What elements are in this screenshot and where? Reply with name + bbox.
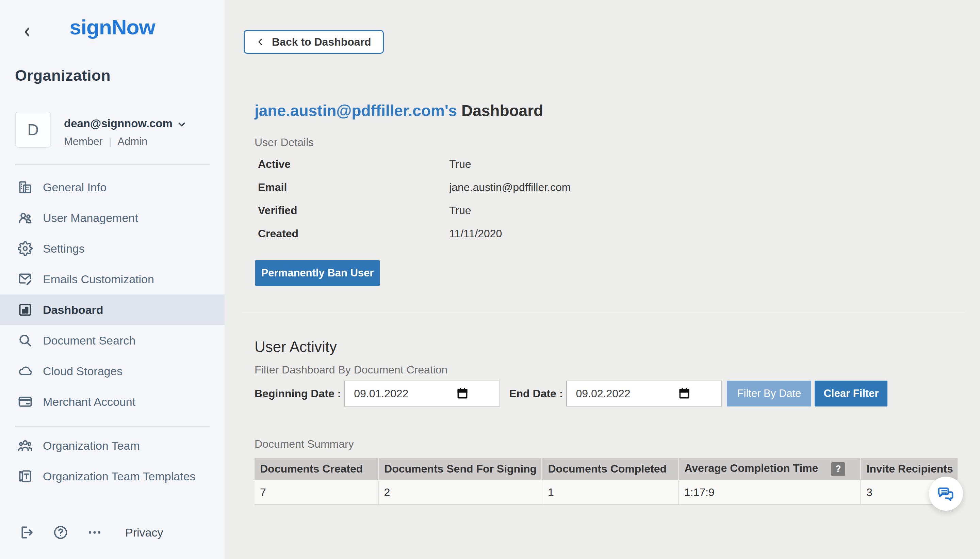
user-activity-heading: User Activity (254, 338, 337, 356)
column-average-completion-time: Average Completion Time ? (678, 458, 861, 480)
team-icon (17, 437, 33, 454)
sidebar-nav-secondary: Organization Team Organization Team Temp… (0, 430, 224, 491)
user-role-admin: Admin (117, 136, 147, 148)
sidebar-item-cloud-storages[interactable]: Cloud Storages (0, 356, 224, 386)
documents-completed-value: 1 (542, 480, 678, 504)
role-divider: | (109, 136, 112, 147)
user-details-label: User Details (254, 136, 314, 149)
main-content: Back to Dashboard jane.austin@pdffiller.… (224, 0, 980, 559)
document-summary-label: Document Summary (254, 438, 354, 450)
page-title: jane.austin@pdffiller.com's Dashboard (254, 101, 543, 120)
more-options-icon[interactable] (86, 524, 104, 541)
detail-value: jane.austin@pdffiller.com (449, 181, 571, 194)
user-role-member: Member (64, 136, 103, 148)
end-date-input[interactable]: 09.02.2022 (566, 380, 722, 407)
title-suffix: Dashboard (457, 102, 543, 119)
help-tooltip-badge[interactable]: ? (831, 462, 845, 476)
documents-created-value: 7 (254, 480, 378, 504)
user-email: dean@signnow.com (64, 117, 173, 130)
detail-row-email: Email jane.austin@pdffiller.com (258, 176, 734, 199)
document-summary-table: Documents Created Documents Send For Sig… (254, 458, 957, 505)
average-completion-time-value: 1:17:9 (678, 480, 861, 504)
beginning-date-label: Beginning Date : (254, 387, 341, 400)
table-data-row: 7 2 1 1:17:9 3 (254, 480, 957, 504)
sidebar: signNow Organization D dean@signnow.com … (0, 0, 224, 559)
back-to-dashboard-button[interactable]: Back to Dashboard (244, 30, 384, 54)
user-details-table: Active True Email jane.austin@pdffiller.… (258, 152, 734, 245)
sidebar-item-label: User Management (43, 212, 138, 225)
calendar-icon[interactable] (457, 387, 468, 400)
clear-filter-button[interactable]: Clear Filter (815, 380, 888, 407)
logout-icon[interactable] (18, 524, 35, 541)
template-icon (17, 468, 33, 485)
detail-row-active: Active True (258, 152, 734, 176)
column-documents-created: Documents Created (254, 458, 378, 480)
user-email-link[interactable]: jane.austin@pdffiller.com's (254, 102, 457, 119)
chat-bubbles-icon (937, 485, 955, 503)
user-account-dropdown[interactable]: dean@signnow.com (64, 117, 186, 130)
beginning-date-input[interactable]: 09.01.2022 (344, 380, 500, 407)
current-user-block: D dean@signnow.com Member | Admin (15, 112, 211, 148)
detail-label: Email (258, 181, 449, 194)
avatar: D (15, 112, 51, 148)
sidebar-item-label: Dashboard (43, 303, 104, 317)
sidebar-item-label: Document Search (43, 334, 135, 347)
sidebar-item-document-search[interactable]: Document Search (0, 325, 224, 356)
end-date-label: End Date : (509, 387, 563, 400)
search-icon (17, 332, 33, 349)
detail-label: Verified (258, 204, 449, 217)
detail-value: True (449, 158, 471, 170)
organization-heading: Organization (15, 67, 111, 84)
bar-chart-icon (17, 302, 33, 318)
users-icon (17, 210, 33, 226)
signnow-logo: signNow (0, 15, 224, 39)
column-documents-send-for-signing: Documents Send For Signing (378, 458, 542, 480)
cloud-icon (17, 363, 33, 379)
building-icon (17, 179, 33, 195)
sidebar-item-organization-team-templates[interactable]: Organization Team Templates (0, 461, 224, 491)
filter-subtitle: Filter Dashboard By Document Creation (254, 364, 447, 376)
sidebar-item-settings[interactable]: Settings (0, 233, 224, 264)
sidebar-divider (15, 426, 210, 427)
help-icon[interactable] (52, 524, 69, 541)
calendar-icon[interactable] (678, 387, 690, 400)
sidebar-item-label: Organization Team (43, 439, 140, 452)
sidebar-item-dashboard[interactable]: Dashboard (0, 294, 224, 325)
sidebar-item-label: Cloud Storages (43, 365, 122, 378)
detail-value: True (449, 204, 471, 217)
filter-by-date-button[interactable]: Filter By Date (727, 380, 811, 407)
back-button-label: Back to Dashboard (272, 36, 371, 48)
date-filter-row: Beginning Date : 09.01.2022 End Date : 0… (254, 380, 888, 407)
sidebar-item-organization-team[interactable]: Organization Team (0, 430, 224, 461)
column-label: Average Completion Time (684, 462, 818, 474)
sidebar-item-merchant-account[interactable]: Merchant Account (0, 386, 224, 417)
chat-support-button[interactable] (929, 476, 963, 511)
documents-send-for-signing-value: 2 (378, 480, 542, 504)
sidebar-item-label: Emails Customization (43, 273, 154, 286)
privacy-link[interactable]: Privacy (125, 526, 163, 539)
permanently-ban-user-button[interactable]: Permanently Ban User (255, 260, 380, 286)
email-edit-icon (17, 271, 33, 287)
column-documents-completed: Documents Completed (542, 458, 678, 480)
sidebar-item-label: Settings (43, 242, 85, 255)
sidebar-item-label: Merchant Account (43, 395, 135, 408)
sidebar-footer: Privacy (18, 524, 163, 541)
section-divider (242, 312, 964, 313)
end-date-value: 09.02.2022 (576, 387, 678, 400)
sidebar-item-general-info[interactable]: General Info (0, 172, 224, 203)
detail-label: Active (258, 158, 449, 170)
detail-row-created: Created 11/11/2020 (258, 222, 734, 245)
table-header-row: Documents Created Documents Send For Sig… (254, 458, 957, 480)
chevron-left-icon (256, 37, 272, 47)
sidebar-item-emails-customization[interactable]: Emails Customization (0, 264, 224, 294)
sidebar-item-user-management[interactable]: User Management (0, 203, 224, 233)
gear-icon (17, 240, 33, 257)
sidebar-item-label: Organization Team Templates (43, 470, 196, 483)
chevron-down-icon (173, 119, 186, 129)
detail-row-verified: Verified True (258, 199, 734, 222)
sidebar-item-label: General Info (43, 181, 107, 194)
credit-card-icon (17, 394, 33, 410)
detail-label: Created (258, 227, 449, 240)
detail-value: 11/11/2020 (449, 227, 502, 240)
sidebar-nav: General Info User Management Settings Em… (0, 172, 224, 417)
